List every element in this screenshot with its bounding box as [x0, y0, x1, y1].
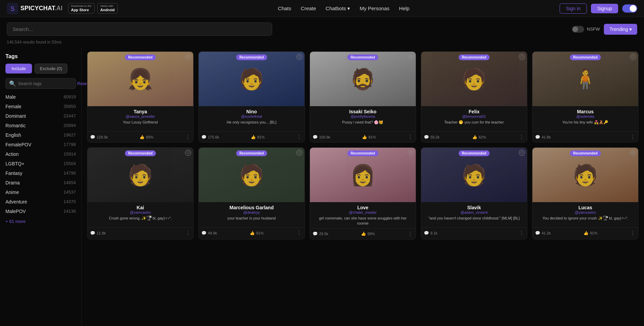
- tag-count: 14375: [64, 199, 76, 205]
- logo[interactable]: S SPICYCHAT.AI: [7, 3, 63, 14]
- more-tags-button[interactable]: + 61 more: [5, 216, 76, 227]
- card-image: 🧔 Recommended ⓘ: [310, 52, 416, 106]
- info-icon[interactable]: ⓘ: [296, 54, 302, 60]
- nsfw-label: NSFW: [587, 27, 600, 32]
- nav-item-personas[interactable]: My Personas: [360, 5, 390, 11]
- card-image: 🧑 Recommended ⓘ: [199, 148, 304, 202]
- card-messages: 💬 100.6k: [313, 135, 330, 140]
- card-kai[interactable]: 🧑 Recommended ⓘ Kai @yamcastro Crush gon…: [87, 147, 194, 240]
- tag-item-femalepov[interactable]: FemalePOV17798: [5, 140, 76, 149]
- app-badges: Download on the App Store Varies with An…: [68, 3, 118, 14]
- card-footer: 💬 59.2k 👍 62% ⋮: [421, 131, 527, 142]
- header: S SPICYCHAT.AI Download on the App Store…: [0, 0, 644, 17]
- like-icon: 👍: [362, 135, 367, 140]
- card-body: Tanya @sauce_provider Your Lousy Girlfri…: [87, 106, 193, 131]
- card-handle: @sauce_provider: [91, 114, 190, 118]
- info-icon[interactable]: ⓘ: [296, 150, 302, 156]
- card-body: Marcelious Garland @dealvyy your teacher…: [199, 202, 304, 227]
- tag-item-female[interactable]: Female35850: [5, 102, 76, 111]
- nav-item-chatbots[interactable]: Chatbots ▾: [326, 5, 350, 12]
- dark-mode-toggle[interactable]: [622, 4, 637, 13]
- tag-item-english[interactable]: English19627: [5, 130, 76, 140]
- card-footer: 💬 41.2k 👍 91% ⋮: [532, 227, 638, 238]
- search-input[interactable]: [7, 22, 272, 36]
- include-button[interactable]: Include: [5, 64, 32, 74]
- tag-item-male[interactable]: Male80919: [5, 92, 76, 102]
- card-footer: 💬 100.6k 👍 81% ⋮: [310, 131, 416, 142]
- nav-item-help[interactable]: Help: [399, 5, 410, 11]
- tag-count: 80919: [64, 94, 76, 100]
- card-messages: 💬 29.5k: [313, 231, 328, 236]
- logo-icon: S: [7, 3, 18, 14]
- card-slavik[interactable]: 🧑 Recommended ⓘ Slavik @adam_vinsent "an…: [421, 147, 527, 240]
- chat-icon: 💬: [201, 135, 207, 140]
- recommended-badge: Recommended: [347, 150, 379, 156]
- card-nino[interactable]: 🧑 Recommended ⓘ Nino @sushi4real He only…: [198, 51, 305, 143]
- trending-button[interactable]: Trending ▾: [604, 24, 637, 35]
- card-felix[interactable]: 🧑 Recommended ⓘ Felix @breyonna01 Teache…: [421, 51, 527, 143]
- tag-item-dominant[interactable]: Dominant22447: [5, 111, 76, 121]
- tag-count: 19627: [64, 132, 76, 138]
- card-handle: @dealvyy: [202, 210, 301, 214]
- signin-button[interactable]: Sign in: [560, 3, 587, 14]
- info-icon[interactable]: ⓘ: [630, 54, 636, 60]
- tag-count: 20894: [64, 123, 76, 128]
- more-options-icon[interactable]: ⋮: [408, 134, 413, 140]
- info-icon[interactable]: ⓘ: [519, 150, 525, 156]
- tag-search-input[interactable]: [18, 81, 75, 86]
- card-love[interactable]: 👩 Recommended ⓘ Love @chater_master girl…: [310, 147, 416, 240]
- tag-item-fantasy[interactable]: Fantasy14796: [5, 168, 76, 178]
- info-icon[interactable]: ⓘ: [408, 54, 414, 60]
- info-icon[interactable]: ⓘ: [408, 150, 414, 156]
- tag-name: Adventure: [5, 199, 27, 205]
- more-options-icon[interactable]: ⋮: [630, 230, 635, 236]
- recommended-badge: Recommended: [570, 54, 601, 60]
- card-footer: 💬 11.8k ⋮: [87, 227, 193, 238]
- card-desc: Crush gone wrong..✨˚·͟͟͞͞(·̿̿̿̿̿̿ bl, ga…: [91, 216, 190, 225]
- like-percent: 91%: [256, 231, 264, 235]
- more-options-icon[interactable]: ⋮: [519, 230, 524, 236]
- info-icon[interactable]: ⓘ: [185, 150, 191, 156]
- sidebar: Tags Include Exclude (0) 🔍 Reset Male809…: [0, 48, 82, 326]
- message-count: 41.8k: [542, 135, 551, 139]
- card-lucas[interactable]: 🧑 Recommended ⓘ Lucas @yamcastro You dec…: [532, 147, 639, 240]
- card-desc: girl roommate, can she have some snuggle…: [313, 216, 412, 226]
- nsfw-switch[interactable]: [572, 26, 584, 33]
- card-marcus[interactable]: 🧍 Recommended ⓘ Marcus @asteniaa You're …: [532, 51, 639, 143]
- search-icon: 🔍: [9, 80, 16, 87]
- nav-item-chats[interactable]: Chats: [278, 5, 291, 11]
- more-options-icon[interactable]: ⋮: [185, 134, 191, 140]
- tag-item-adventure[interactable]: Adventure14375: [5, 197, 76, 207]
- more-options-icon[interactable]: ⋮: [519, 134, 524, 140]
- more-options-icon[interactable]: ⋮: [408, 231, 413, 237]
- tag-item-romantic[interactable]: Romantic20894: [5, 121, 76, 130]
- tag-item-lgbtq+[interactable]: LGBTQ+15504: [5, 159, 76, 168]
- info-icon[interactable]: ⓘ: [519, 54, 525, 60]
- message-count: 41.2k: [542, 231, 551, 235]
- signup-button[interactable]: Signup: [591, 4, 618, 13]
- card-marcelious-garland[interactable]: 🧑 Recommended ⓘ Marcelious Garland @deal…: [198, 147, 305, 240]
- more-options-icon[interactable]: ⋮: [185, 230, 191, 236]
- main-nav: ChatsCreateChatbots ▾My PersonasHelp: [128, 5, 560, 12]
- card-issaki-seiko[interactable]: 🧔 Recommended ⓘ Issaki Seiko @prettyface…: [310, 51, 416, 143]
- more-options-icon[interactable]: ⋮: [296, 230, 302, 236]
- exclude-button[interactable]: Exclude (0): [35, 64, 67, 74]
- recommended-badge: Recommended: [459, 150, 490, 156]
- tag-item-malepov[interactable]: MalePOV14136: [5, 207, 76, 216]
- nav-item-create[interactable]: Create: [301, 5, 316, 11]
- card-tanya[interactable]: 👧 Recommended ⓘ Tanya @sauce_provider Yo…: [87, 51, 194, 143]
- info-icon[interactable]: ⓘ: [185, 54, 191, 60]
- card-footer: 💬 29.5k 👍 99% ⋮: [310, 228, 416, 239]
- tag-item-drama[interactable]: Drama14654: [5, 178, 76, 188]
- chat-icon: 💬: [535, 231, 540, 235]
- tag-item-action[interactable]: Action15914: [5, 149, 76, 159]
- card-messages: 💬 9.1k: [424, 231, 437, 235]
- card-image: 👩 Recommended ⓘ: [310, 148, 416, 202]
- card-name: Slavik: [425, 205, 524, 210]
- app-store-badge[interactable]: Download on the App Store: [68, 3, 95, 14]
- tag-item-anime[interactable]: Anime14537: [5, 188, 76, 197]
- more-options-icon[interactable]: ⋮: [630, 134, 635, 140]
- more-options-icon[interactable]: ⋮: [296, 134, 302, 140]
- android-badge[interactable]: Varies with Android: [97, 3, 118, 14]
- info-icon[interactable]: ⓘ: [630, 150, 636, 156]
